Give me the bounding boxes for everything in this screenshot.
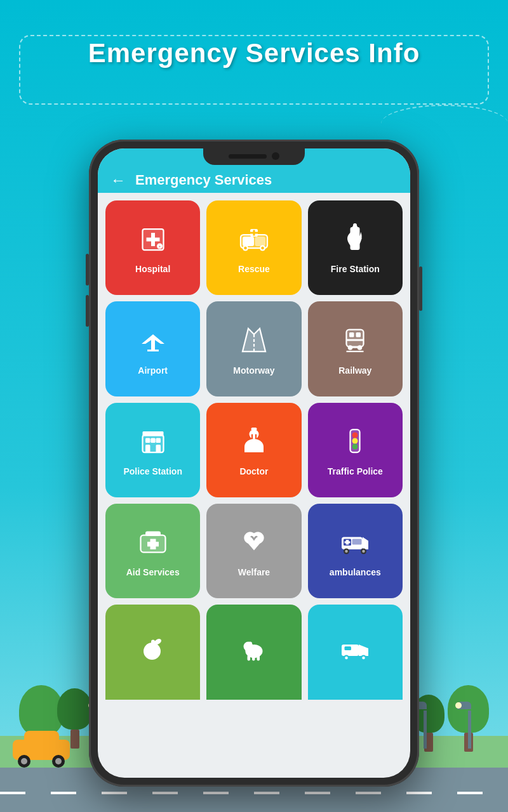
- svg-rect-80: [345, 646, 352, 650]
- svg-rect-16: [250, 232, 258, 234]
- page-title-container: Emergency Services Info: [88, 38, 420, 69]
- power-button: [419, 266, 422, 311]
- svg-point-79: [363, 657, 366, 660]
- app-header-title: Emergency Services: [135, 172, 272, 188]
- elephant-icon: [239, 633, 269, 667]
- svg-rect-36: [145, 445, 150, 452]
- service-card-item15[interactable]: [308, 605, 403, 699]
- service-card-item13[interactable]: [105, 605, 200, 699]
- svg-point-78: [345, 657, 349, 660]
- svg-rect-8: [243, 237, 254, 246]
- svg-point-45: [352, 438, 358, 443]
- road-markings: [0, 792, 508, 794]
- svg-point-12: [244, 247, 247, 250]
- svg-rect-73: [257, 655, 260, 660]
- service-card-airport[interactable]: Airport: [105, 301, 200, 396]
- svg-rect-25: [356, 332, 361, 337]
- rescue-icon: [239, 223, 269, 258]
- hospital-label: Hospital: [135, 264, 170, 275]
- svg-point-44: [352, 432, 358, 438]
- volume-up-button: [86, 254, 89, 285]
- doctor-icon: [239, 426, 269, 460]
- phone-frame: ← Emergency Services + Hospital: [89, 140, 419, 787]
- svg-marker-75: [359, 645, 368, 656]
- svg-rect-38: [142, 431, 163, 436]
- railway-label: Railway: [338, 365, 371, 376]
- police-icon: [138, 426, 168, 460]
- svg-rect-24: [349, 332, 354, 337]
- service-card-hospital[interactable]: + Hospital: [105, 200, 200, 295]
- svg-rect-49: [145, 532, 161, 537]
- airport-icon: [138, 325, 168, 359]
- svg-point-59: [345, 550, 349, 553]
- svg-rect-19: [353, 223, 357, 228]
- car: [13, 736, 70, 768]
- welfare-icon: [239, 527, 269, 561]
- airport-label: Airport: [138, 365, 168, 376]
- service-card-traffic-police[interactable]: Traffic Police: [308, 403, 403, 497]
- motorway-icon: [239, 325, 269, 359]
- service-card-welfare[interactable]: Welfare: [206, 504, 301, 598]
- svg-marker-53: [363, 537, 368, 550]
- svg-point-70: [248, 641, 252, 645]
- street-light-right-1: [462, 703, 476, 749]
- svg-rect-68: [245, 645, 248, 652]
- phone-mockup: ← Emergency Services + Hospital: [89, 140, 419, 787]
- svg-rect-34: [150, 438, 156, 443]
- svg-point-65: [148, 647, 156, 655]
- fire-station-label: Fire Station: [331, 264, 380, 275]
- camera: [272, 152, 279, 160]
- svg-point-13: [261, 247, 264, 250]
- svg-rect-9: [255, 237, 265, 246]
- traffic-icon: [340, 426, 370, 460]
- page-title: Emergency Services Info: [88, 38, 420, 68]
- aid-services-label: Aid Services: [126, 567, 180, 578]
- street-light-right-2: [418, 703, 432, 749]
- speaker: [229, 154, 267, 159]
- service-card-railway[interactable]: Railway: [308, 301, 403, 396]
- fire-icon: [340, 223, 370, 258]
- welfare-label: Welfare: [238, 567, 270, 578]
- svg-rect-61: [352, 539, 362, 545]
- rescue-label: Rescue: [238, 264, 270, 275]
- back-button[interactable]: ←: [110, 171, 126, 189]
- service-card-doctor[interactable]: Doctor: [206, 403, 301, 497]
- svg-rect-26: [347, 339, 364, 341]
- svg-point-46: [352, 443, 358, 449]
- volume-down-button: [86, 295, 89, 327]
- services-grid: + Hospital: [98, 193, 410, 707]
- service-card-rescue[interactable]: Rescue: [206, 200, 301, 295]
- delivery-icon: [340, 633, 370, 667]
- police-station-label: Police Station: [123, 466, 182, 477]
- svg-rect-56: [345, 542, 351, 544]
- doctor-label: Doctor: [239, 466, 268, 477]
- hospital-icon: +: [138, 223, 168, 258]
- traffic-police-label: Traffic Police: [328, 466, 383, 477]
- svg-rect-72: [252, 655, 255, 660]
- bomb-icon: [138, 633, 168, 667]
- notch: [203, 147, 305, 165]
- svg-rect-22: [347, 329, 364, 346]
- service-card-ambulances[interactable]: ambulances: [308, 504, 403, 598]
- railway-icon: [340, 325, 370, 359]
- service-card-aid-services[interactable]: Aid Services: [105, 504, 200, 598]
- svg-rect-3: [146, 238, 159, 242]
- svg-rect-71: [247, 655, 250, 660]
- ambulance-icon: [340, 527, 370, 561]
- service-card-motorway[interactable]: Motorway: [206, 301, 301, 396]
- svg-rect-37: [156, 445, 161, 452]
- svg-rect-35: [156, 438, 161, 443]
- svg-text:+: +: [158, 245, 161, 249]
- svg-rect-33: [145, 438, 150, 443]
- service-card-fire-station[interactable]: Fire Station: [308, 200, 403, 295]
- ambulances-label: ambulances: [330, 567, 381, 578]
- motorway-label: Motorway: [233, 365, 274, 376]
- phone-screen: ← Emergency Services + Hospital: [98, 148, 410, 778]
- service-card-item14[interactable]: [206, 605, 301, 699]
- svg-point-60: [363, 550, 366, 553]
- svg-rect-51: [147, 542, 159, 547]
- service-card-police-station[interactable]: Police Station: [105, 403, 200, 497]
- svg-rect-41: [251, 428, 257, 431]
- aid-icon: [138, 527, 168, 561]
